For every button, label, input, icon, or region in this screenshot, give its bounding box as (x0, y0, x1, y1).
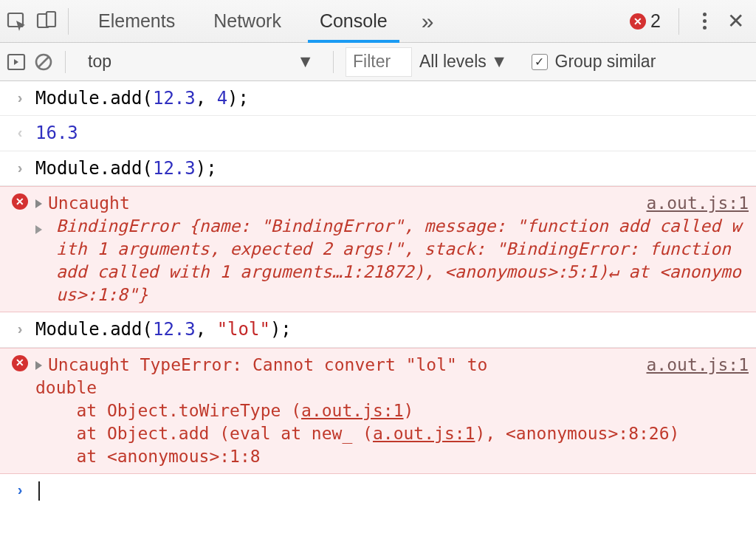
levels-label: All levels (419, 52, 487, 72)
tab-network[interactable]: Network (194, 0, 300, 42)
source-link[interactable]: a.out.js:1 (647, 192, 749, 215)
inspect-element-icon[interactable] (6, 10, 28, 32)
divider (678, 8, 679, 35)
console-error-row: ✕ Uncaught TypeError: Cannot convert "lo… (0, 348, 756, 474)
close-devtools-icon[interactable]: ✕ (720, 9, 752, 33)
console-input-row: › Module.add(12.3, "lol"); (0, 312, 756, 347)
error-count: 2 (650, 10, 661, 32)
tab-overflow[interactable]: » (407, 0, 449, 42)
execution-context-select[interactable]: top ▼ (78, 48, 321, 76)
source-link[interactable]: a.out.js:1 (301, 401, 403, 420)
panel-tabs: Elements Network Console » (79, 0, 448, 42)
divider (68, 8, 69, 35)
error-message: double (35, 377, 749, 399)
group-similar-label: Group similar (555, 52, 656, 72)
error-heading: Uncaught (48, 193, 130, 213)
console-expression: Module.add(12.3, "lol"); (35, 317, 749, 341)
context-label: top (88, 52, 111, 72)
console-input-row: › Module.add(12.3); (0, 151, 756, 186)
error-message: Uncaught TypeError: Cannot convert "lol"… (48, 355, 487, 374)
error-object: BindingError {name: "BindingError", mess… (56, 215, 749, 306)
error-icon: ✕ (12, 355, 28, 371)
stack-frame: at <anonymous>:1:8 (35, 445, 749, 468)
error-count-badge[interactable]: ✕ 2 (630, 10, 661, 32)
prompt-caret-icon: › (18, 481, 23, 502)
source-link[interactable]: a.out.js:1 (373, 424, 475, 443)
error-icon: ✕ (630, 13, 646, 30)
divider (65, 51, 66, 73)
filter-input[interactable] (346, 47, 412, 77)
console-prompt-row[interactable]: › (0, 474, 756, 509)
console-toolbar: top ▼ All levels ▼ ✓ Group similar (0, 43, 756, 81)
tab-elements[interactable]: Elements (79, 0, 194, 42)
console-error-row: ✕ Uncaught a.out.js:1 BindingError {name… (0, 186, 756, 312)
text-cursor (38, 481, 40, 501)
chevron-down-icon: ▼ (491, 52, 508, 72)
tabbar-right: ✕ 2 ✕ (630, 8, 752, 35)
group-similar-checkbox[interactable]: ✓ (532, 54, 548, 70)
devtools-tabbar: Elements Network Console » ✕ 2 ✕ (0, 0, 756, 43)
console-expression: Module.add(12.3); (35, 157, 749, 180)
error-icon: ✕ (12, 193, 28, 210)
toolbar-left-icons (6, 10, 58, 32)
stack-frame: at Object.toWireType (a.out.js:1) (35, 399, 749, 422)
console-result-row: ‹ 16.3 (0, 116, 756, 151)
input-caret-icon: › (18, 88, 23, 110)
log-levels-select[interactable]: All levels ▼ (419, 52, 508, 72)
disclosure-triangle-icon[interactable] (35, 361, 42, 370)
source-link[interactable]: a.out.js:1 (647, 354, 749, 377)
result-caret-icon: ‹ (18, 123, 23, 145)
input-caret-icon: › (18, 319, 23, 341)
svg-rect-2 (47, 12, 55, 27)
tab-console[interactable]: Console (300, 0, 407, 42)
console-output: › Module.add(12.3, 4); ‹ 16.3 › Module.a… (0, 81, 756, 509)
console-input[interactable] (35, 481, 40, 502)
clear-console-icon[interactable] (34, 52, 53, 72)
console-expression: Module.add(12.3, 4); (35, 86, 749, 110)
svg-line-5 (38, 57, 49, 67)
stack-frame: at Object.add (eval at new_ (a.out.js:1)… (35, 422, 749, 445)
input-caret-icon: › (18, 158, 23, 180)
console-input-row: › Module.add(12.3, 4); (0, 81, 756, 116)
disclosure-triangle-icon[interactable] (35, 225, 42, 234)
more-menu-icon[interactable] (697, 13, 712, 30)
device-toggle-icon[interactable] (35, 10, 58, 32)
toggle-sidebar-icon[interactable] (6, 52, 27, 72)
console-result: 16.3 (35, 121, 749, 145)
divider (333, 51, 334, 73)
disclosure-triangle-icon[interactable] (35, 199, 42, 208)
chevron-down-icon: ▼ (297, 52, 314, 72)
